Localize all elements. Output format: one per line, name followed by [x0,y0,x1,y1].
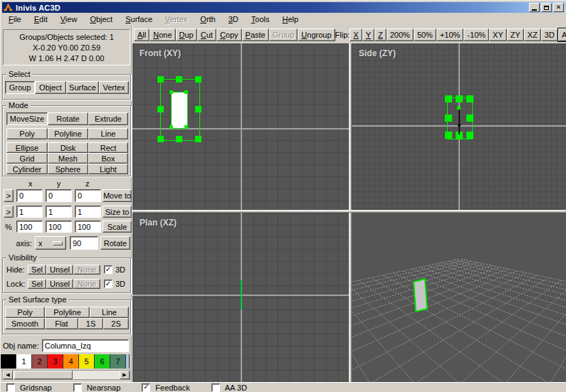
selection-handle[interactable] [157,136,164,142]
close-button[interactable]: × [553,3,564,12]
select-all-button[interactable]: All [134,28,150,41]
menu-item-orth[interactable]: Orth [194,14,221,25]
selection-handle[interactable] [445,115,452,122]
viewport-divider-vertical[interactable] [349,43,352,382]
rotate-button[interactable]: Rotate [100,236,130,250]
mode-rotate-button[interactable]: Rotate [48,112,88,125]
nearsnap-checkbox[interactable] [73,383,82,392]
selection-handle[interactable] [466,132,473,139]
mode-poly-button[interactable]: Poly [6,128,48,139]
flip-x-button[interactable]: X [350,28,362,41]
hide-unsel-button[interactable]: Unsel [46,265,73,275]
mode-ellipse-button[interactable]: Ellipse [6,142,48,153]
size-expand-button[interactable]: > [4,206,14,218]
palette-swatch-0[interactable] [1,354,16,369]
maximize-button[interactable] [541,3,552,12]
menu-item-view[interactable]: View [54,14,84,25]
select-mode-object-button[interactable]: Object [35,81,66,94]
surface-line-button[interactable]: Line [90,307,129,318]
mode-extrude-button[interactable]: Extrude [88,112,128,125]
surface-polyline-button[interactable]: Polyline [45,307,90,318]
zoom-plus10-button[interactable]: +10% [436,28,463,41]
selection-handle[interactable] [445,95,452,102]
size-x-input[interactable] [16,206,43,218]
move-z-input[interactable] [75,189,101,202]
title-bar[interactable]: Inivis AC3D × [2,2,565,13]
gridsnap-checkbox[interactable] [6,383,15,392]
vertex-marker[interactable] [169,125,173,129]
menu-item-3d[interactable]: 3D [222,14,245,25]
palette-scrollbar[interactable]: ◀ ▶ [2,370,130,380]
select-none-button[interactable]: None [150,28,175,41]
move-y-input[interactable] [46,189,72,202]
surface-poly-button[interactable]: Poly [5,307,45,318]
viewport-front[interactable]: Front (XY) [132,43,349,210]
surface-smooth-button[interactable]: Smooth [5,318,45,329]
selection-handle[interactable] [466,95,473,102]
palette-swatch-5[interactable]: 5 [79,354,95,369]
mode-line-button[interactable]: Line [88,128,128,139]
menu-item-object[interactable]: Object [83,14,119,25]
selection-handle[interactable] [176,136,182,142]
scroll-left-arrow[interactable]: ◀ [3,371,13,379]
palette-swatch-8[interactable] [126,354,130,369]
scale-button[interactable]: Scale [103,221,132,233]
selection-handle[interactable] [157,76,164,83]
zoom-200-button[interactable]: 200% [387,28,414,41]
view-3d-button[interactable]: 3D [541,28,558,41]
mode-cylinder-button[interactable]: Cylinder [6,164,48,174]
selection-handle[interactable] [157,106,164,112]
feedback-checkbox[interactable] [142,383,150,392]
rotate-angle-input[interactable] [70,236,98,250]
size-y-input[interactable] [46,206,72,218]
paste-button[interactable]: Paste [242,28,269,41]
mode-light-button[interactable]: Light [88,164,128,174]
selection-handle[interactable] [466,115,473,122]
object-rect-front[interactable] [171,92,188,129]
mode-grid-button[interactable]: Grid [6,153,48,164]
scale-y-input[interactable] [46,221,72,233]
menu-item-surface[interactable]: Surface [119,14,159,25]
hide-3d-checkbox[interactable] [104,265,112,274]
scale-x-input[interactable] [16,221,43,233]
zoom-minus10-button[interactable]: -10% [463,28,489,41]
menu-item-edit[interactable]: Edit [28,14,54,25]
palette-swatch-7[interactable]: 7 [110,354,126,369]
viewport-divider-horizontal[interactable] [132,210,566,213]
view-all-button[interactable]: ALL [558,28,566,41]
mode-movesize-button[interactable]: MoveSize [6,112,48,125]
select-mode-group-button[interactable]: Group [5,81,35,94]
vertex-marker[interactable] [184,90,188,94]
copy-button[interactable]: Copy [216,28,242,41]
palette-swatch-3[interactable]: 3 [48,354,63,369]
palette-swatch-1[interactable]: 1 [16,354,32,369]
mode-rect-button[interactable]: Rect [88,142,128,153]
vertex-marker[interactable] [457,106,461,110]
palette-swatch-4[interactable]: 4 [63,354,79,369]
aa3d-checkbox[interactable] [211,383,220,392]
move-x-input[interactable] [16,189,43,202]
mode-box-button[interactable]: Box [88,153,128,164]
object-edge-side[interactable] [458,109,460,134]
palette-swatch-6[interactable]: 6 [95,354,110,369]
hide-sel-button[interactable]: Sel [28,265,46,275]
surface-2s-button[interactable]: 2S [103,318,129,329]
view-xy-button[interactable]: XY [489,28,507,41]
zoom-50-button[interactable]: 50% [414,28,436,41]
obj-name-input[interactable] [42,339,129,352]
flip-z-button[interactable]: Z [374,28,387,41]
scale-z-input[interactable] [75,221,101,233]
axis-select[interactable]: x [35,236,66,250]
selection-handle[interactable] [195,106,201,112]
select-mode-surface-button[interactable]: Surface [66,81,99,94]
menu-item-file[interactable]: File [2,14,28,25]
menu-item-help[interactable]: Help [276,14,305,25]
duplicate-button[interactable]: Dup [176,28,197,41]
move-expand-button[interactable]: > [4,189,14,202]
menu-item-tools[interactable]: Tools [245,14,276,25]
object-3d[interactable] [414,279,427,312]
palette-swatch-2[interactable]: 2 [32,354,48,369]
viewport-3d[interactable] [352,213,566,382]
size-to-button[interactable]: Size to [103,206,132,218]
size-z-input[interactable] [75,206,101,218]
